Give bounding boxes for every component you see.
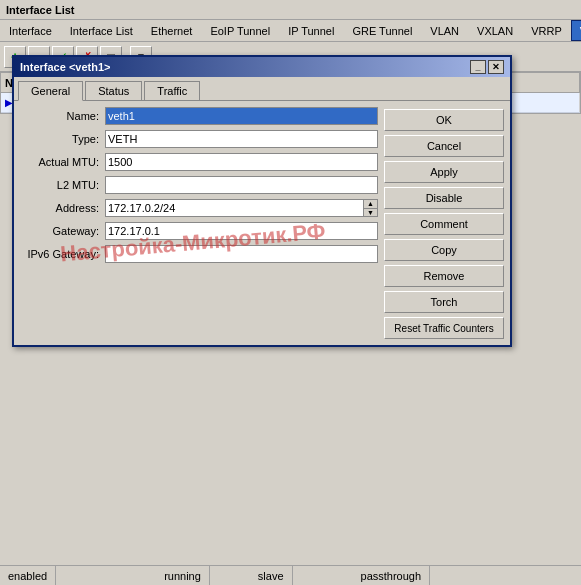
tab-general[interactable]: General [18, 81, 83, 101]
l2-mtu-input[interactable] [105, 176, 378, 194]
form-row-name: Name: [20, 107, 378, 125]
dialog-tabs: General Status Traffic [14, 77, 510, 100]
disable-button[interactable]: Disable [384, 187, 504, 209]
dialog-titlebar: Interface <veth1> _ ✕ [14, 57, 510, 77]
actual-mtu-input[interactable] [105, 153, 378, 171]
form-row-l2-mtu: L2 MTU: [20, 176, 378, 194]
status-slave: slave [250, 566, 293, 585]
address-down-button[interactable]: ▼ [364, 209, 377, 217]
interface-dialog: Interface <veth1> _ ✕ General Status Tra… [12, 55, 512, 347]
torch-button[interactable]: Torch [384, 291, 504, 313]
apply-button[interactable]: Apply [384, 161, 504, 183]
menu-vrrp[interactable]: VRRP [522, 20, 571, 41]
ipv6-gateway-label: IPv6 Gateway: [20, 248, 105, 260]
actual-mtu-label: Actual MTU: [20, 156, 105, 168]
comment-button[interactable]: Comment [384, 213, 504, 235]
address-input[interactable] [105, 199, 364, 217]
status-passthrough: passthrough [353, 566, 431, 585]
dialog-form: Name: Type: Actual MTU: L2 MTU: Address: [20, 107, 378, 339]
type-input[interactable] [105, 130, 378, 148]
l2-mtu-label: L2 MTU: [20, 179, 105, 191]
tab-status[interactable]: Status [85, 81, 142, 100]
name-label: Name: [20, 110, 105, 122]
dialog-body: Name: Type: Actual MTU: L2 MTU: Address: [14, 101, 510, 345]
ok-button[interactable]: OK [384, 109, 504, 131]
reset-traffic-button[interactable]: Reset Traffic Counters [384, 317, 504, 339]
dialog-controls: _ ✕ [470, 60, 504, 74]
dialog-minimize-button[interactable]: _ [470, 60, 486, 74]
cancel-button[interactable]: Cancel [384, 135, 504, 157]
menu-interface-list[interactable]: Interface List [61, 20, 142, 41]
status-enabled: enabled [0, 566, 56, 585]
address-up-button[interactable]: ▲ [364, 200, 377, 209]
form-row-gateway: Gateway: [20, 222, 378, 240]
status-bar: enabled running slave passthrough [0, 565, 581, 585]
gateway-label: Gateway: [20, 225, 105, 237]
form-row-address: Address: ▲ ▼ [20, 199, 378, 217]
menu-veth[interactable]: VETH [571, 20, 581, 41]
copy-button[interactable]: Copy [384, 239, 504, 261]
name-input[interactable] [105, 107, 378, 125]
action-buttons: OK Cancel Apply Disable Comment Copy Rem… [384, 107, 504, 339]
address-spinner: ▲ ▼ [364, 199, 378, 217]
form-row-ipv6-gateway: IPv6 Gateway: [20, 245, 378, 263]
menu-interface[interactable]: Interface [0, 20, 61, 41]
address-spinner-container: ▲ ▼ [105, 199, 378, 217]
remove-button[interactable]: Remove [384, 265, 504, 287]
menu-ip-tunnel[interactable]: IP Tunnel [279, 20, 343, 41]
menu-vlan[interactable]: VLAN [421, 20, 468, 41]
gateway-input[interactable] [105, 222, 378, 240]
ipv6-gateway-input[interactable] [105, 245, 378, 263]
form-row-actual-mtu: Actual MTU: [20, 153, 378, 171]
status-running: running [156, 566, 210, 585]
tab-traffic[interactable]: Traffic [144, 81, 200, 100]
menu-vxlan[interactable]: VXLAN [468, 20, 522, 41]
menu-bar: Interface Interface List Ethernet EoIP T… [0, 20, 581, 42]
menu-gre-tunnel[interactable]: GRE Tunnel [343, 20, 421, 41]
window-titlebar: Interface List [0, 0, 581, 20]
type-label: Type: [20, 133, 105, 145]
address-label: Address: [20, 202, 105, 214]
window-title: Interface List [6, 4, 74, 16]
dialog-close-button[interactable]: ✕ [488, 60, 504, 74]
menu-ethernet[interactable]: Ethernet [142, 20, 202, 41]
menu-eoip-tunnel[interactable]: EoIP Tunnel [201, 20, 279, 41]
dialog-title: Interface <veth1> [20, 61, 111, 73]
form-row-type: Type: [20, 130, 378, 148]
